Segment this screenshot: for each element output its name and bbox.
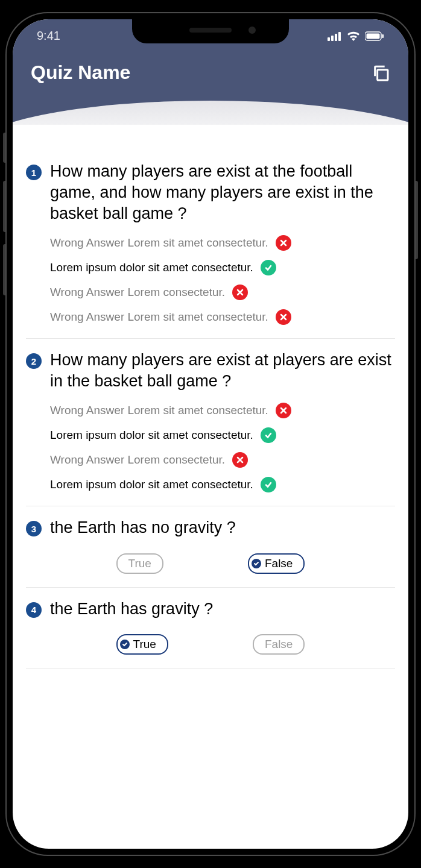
content: 1How many players are exist at the footb… bbox=[13, 125, 408, 691]
answer-row[interactable]: Wrong Answer Lorem sit amet consectetur. bbox=[50, 309, 395, 325]
power-button bbox=[416, 181, 418, 259]
question-block: 1How many players are exist at the footb… bbox=[26, 161, 395, 339]
answer-row[interactable]: Wrong Answer Lorem sit amet consectetur. bbox=[50, 403, 395, 418]
true-false-row: TrueFalse bbox=[26, 550, 395, 574]
question-text: How many players are exist at the footba… bbox=[50, 161, 395, 224]
question-text: How many players are exist at players ar… bbox=[50, 350, 395, 392]
question-block: 3the Earth has no gravity ?TrueFalse bbox=[26, 517, 395, 587]
status-right bbox=[328, 31, 384, 41]
true-button[interactable]: True bbox=[116, 634, 168, 655]
battery-icon bbox=[365, 31, 384, 41]
answer-text: Lorem ipsum dolor sit amet consectetur. bbox=[50, 261, 253, 274]
question-number: 4 bbox=[26, 602, 42, 618]
answers-list: Wrong Answer Lorem sit amet consectetur.… bbox=[26, 403, 395, 492]
wrong-icon bbox=[276, 309, 291, 325]
phone-frame: 9:41 Quiz Name 1How many players are exi… bbox=[5, 12, 416, 856]
wrong-icon bbox=[276, 235, 291, 251]
answer-text: Wrong Answer Lorem sit amet consectetur. bbox=[50, 404, 268, 417]
svg-rect-2 bbox=[335, 34, 337, 41]
correct-icon bbox=[261, 477, 276, 492]
answer-text: Wrong Answer Lorem consectetur. bbox=[50, 453, 225, 467]
false-button[interactable]: False bbox=[248, 553, 305, 574]
svg-rect-1 bbox=[331, 36, 334, 41]
mute-switch bbox=[3, 133, 5, 163]
answer-text: Wrong Answer Lorem sit amet consectetur. bbox=[50, 310, 268, 324]
answer-row[interactable]: Lorem ipsum dolor sit amet consectetur. bbox=[50, 260, 395, 275]
answer-text: Lorem ipsum dolor sit amet consectetur. bbox=[50, 429, 253, 442]
answer-row[interactable]: Lorem ipsum dolor sit amet consectetur. bbox=[50, 477, 395, 492]
correct-icon bbox=[261, 260, 276, 275]
answers-list: Wrong Answer Lorem sit amet consectetur.… bbox=[26, 235, 395, 325]
true-button[interactable]: True bbox=[116, 553, 163, 574]
question-number: 2 bbox=[26, 353, 42, 369]
question-text: the Earth has no gravity ? bbox=[50, 517, 236, 538]
wifi-icon bbox=[347, 31, 360, 41]
true-false-row: TrueFalse bbox=[26, 631, 395, 655]
volume-down bbox=[3, 244, 5, 295]
wrong-icon bbox=[276, 403, 291, 418]
copy-icon[interactable] bbox=[371, 63, 390, 83]
check-icon bbox=[120, 640, 130, 649]
question-block: 2How many players are exist at players a… bbox=[26, 350, 395, 506]
svg-rect-5 bbox=[367, 33, 380, 39]
status-time: 9:41 bbox=[37, 29, 60, 43]
answer-row[interactable]: Wrong Answer Lorem consectetur. bbox=[50, 285, 395, 300]
page-title: Quiz Name bbox=[31, 61, 130, 84]
wrong-icon bbox=[232, 285, 248, 300]
true-label: True bbox=[133, 638, 156, 651]
svg-rect-7 bbox=[378, 69, 388, 80]
answer-text: Wrong Answer Lorem sit amet consectetur. bbox=[50, 236, 268, 250]
correct-icon bbox=[261, 427, 276, 443]
question-text: the Earth has gravity ? bbox=[50, 599, 213, 620]
check-icon bbox=[252, 559, 261, 568]
phone-screen: 9:41 Quiz Name 1How many players are exi… bbox=[13, 19, 408, 849]
notch bbox=[132, 19, 289, 43]
false-label: False bbox=[265, 638, 293, 651]
answer-text: Lorem ipsum dolor sit amet consectetur. bbox=[50, 478, 253, 491]
false-label: False bbox=[265, 557, 293, 570]
question-number: 3 bbox=[26, 521, 42, 536]
svg-rect-3 bbox=[338, 32, 341, 41]
true-label: True bbox=[128, 557, 151, 570]
svg-rect-0 bbox=[328, 37, 330, 41]
svg-rect-6 bbox=[382, 34, 384, 38]
answer-row[interactable]: Wrong Answer Lorem consectetur. bbox=[50, 452, 395, 468]
answer-text: Wrong Answer Lorem consectetur. bbox=[50, 286, 225, 299]
question-block: 4the Earth has gravity ?TrueFalse bbox=[26, 599, 395, 668]
answer-row[interactable]: Wrong Answer Lorem sit amet consectetur. bbox=[50, 235, 395, 251]
signal-icon bbox=[328, 31, 342, 41]
question-number: 1 bbox=[26, 165, 42, 180]
wrong-icon bbox=[232, 452, 248, 468]
answer-row[interactable]: Lorem ipsum dolor sit amet consectetur. bbox=[50, 427, 395, 443]
false-button[interactable]: False bbox=[253, 634, 305, 655]
volume-up bbox=[3, 181, 5, 232]
